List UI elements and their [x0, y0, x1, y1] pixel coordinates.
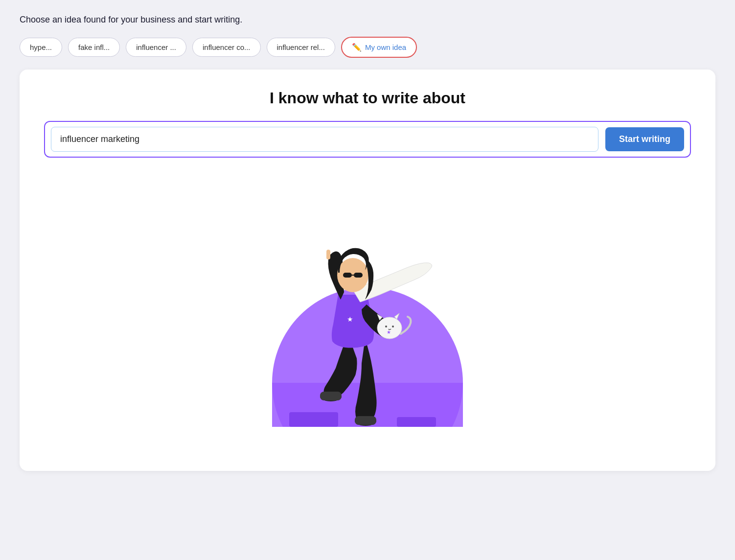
illustration-container: ★ ★ [44, 172, 691, 427]
svg-point-16 [385, 326, 387, 327]
chip-influencer[interactable]: influencer ... [126, 38, 186, 57]
svg-point-13 [377, 317, 402, 339]
chip-my-own-idea[interactable]: ✏️ My own idea [341, 37, 417, 58]
hero-illustration: ★ ★ [240, 172, 495, 427]
pencil-icon: ✏️ [352, 43, 362, 52]
topic-input[interactable] [51, 127, 598, 152]
svg-rect-7 [355, 416, 376, 425]
svg-point-17 [392, 326, 394, 327]
chip-influencer-co[interactable]: influencer co... [192, 38, 261, 57]
svg-rect-10 [354, 273, 363, 278]
start-writing-button[interactable]: Start writing [605, 127, 684, 151]
chips-row: hype... fake infl... influencer ... infl… [20, 37, 715, 58]
svg-rect-2 [289, 412, 338, 427]
svg-text:★: ★ [347, 315, 353, 323]
svg-rect-5 [320, 392, 342, 400]
chip-hype[interactable]: hype... [20, 38, 62, 57]
chip-influencer-rel[interactable]: influencer rel... [267, 38, 335, 57]
main-card: I know what to write about Start writing [20, 70, 715, 471]
card-title: I know what to write about [44, 89, 691, 107]
search-wrapper: Start writing [44, 121, 691, 158]
svg-rect-12 [326, 250, 330, 259]
svg-rect-9 [343, 273, 352, 278]
chip-fake-infl[interactable]: fake infl... [68, 38, 120, 57]
page-subtitle: Choose an idea found for your business a… [20, 15, 715, 25]
svg-rect-3 [397, 417, 436, 427]
svg-text:★: ★ [387, 329, 391, 335]
